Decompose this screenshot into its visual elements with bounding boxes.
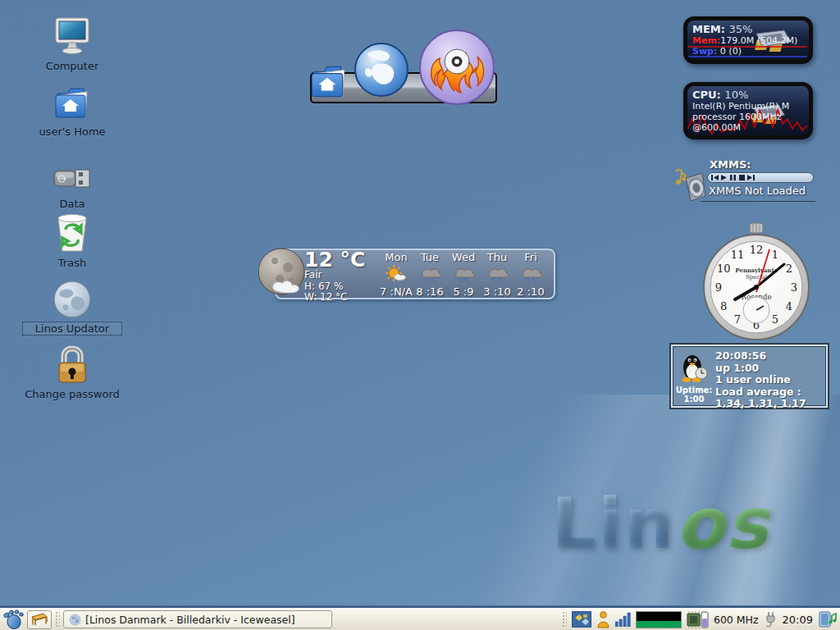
forecast-tue: Tue 8 :16 [413,251,447,298]
memory-applet-icon[interactable] [687,611,709,628]
mem-usage-row: Mem:179.0M (504.2M) [692,35,804,46]
desktop-icon-computer[interactable]: Computer [23,15,121,72]
panel-handle[interactable] [55,611,60,628]
xmms-title: XMMS: [710,158,751,171]
svg-text:3: 3 [791,281,797,294]
show-desktop-button[interactable] [27,610,52,629]
dock-item-web-browser[interactable] [353,41,410,102]
taskbar: [Linos Danmark - Billedarkiv - Iceweasel… [0,608,840,630]
weather-wind: W: 12 °C [304,292,365,304]
xmms-underline [701,201,815,202]
cpu-freq-line: @600.00M [692,122,804,133]
weather-humidity: H: 67 % [304,281,365,293]
rain-cloud-icon [480,263,514,285]
svg-text:1: 1 [772,249,778,261]
taskbar-clock[interactable]: 20:09 [783,614,813,626]
stop-button[interactable] [738,174,746,181]
desktop-icon-change-password[interactable]: Change password [23,343,121,400]
uptime-text-block: 20:08:56 up 1:00 1 user online Load aver… [715,346,806,406]
watermark-os: os [676,482,769,564]
watermark-lin: Lin [551,482,676,564]
desktop-icon-data[interactable]: Data [23,153,121,210]
network-signal-icon[interactable] [615,612,631,627]
pause-button[interactable] [729,174,737,181]
uptime-load-values: 1.34, 1.31, 1.17 [715,398,806,410]
user-switch-icon[interactable] [596,611,610,628]
desktop-icon-label: user's Home [23,126,121,138]
weather-widget[interactable]: 12 °C Fair H: 67 % W: 12 °C Mon 7 :N/A T… [257,245,556,303]
cpu-frequency-label[interactable]: 600 MHz [714,614,759,626]
computer-icon [23,15,121,57]
next-button[interactable] [747,174,755,181]
speaker-icon [671,167,707,204]
weather-temp: 12 °C [304,250,365,270]
forecast-fri: Fri 2 :10 [514,251,548,298]
analog-clock-widget[interactable]: 121234567891011 Pennsylvania Special Ros… [701,221,812,348]
cpu-model-line2: processor 1600MHz [692,112,804,122]
uptime-up: up 1:00 [715,363,806,375]
trash-icon [23,212,121,254]
uptime-caption: Uptime: [673,386,715,395]
forecast-wed: Wed 5 :9 [446,251,481,298]
dock-item-cd-burner[interactable] [417,27,497,111]
rain-cloud-icon [446,263,481,285]
home-folder-icon [23,80,121,123]
svg-text:2: 2 [786,262,792,275]
dock-item-home-folder[interactable] [307,61,351,107]
uptime-icon-block: Uptime: 1:00 [673,346,715,406]
menu-foot-icon[interactable] [2,609,24,629]
cpu-model-line1: Intel(R) Pentium(R) M [692,101,804,112]
play-button[interactable] [720,174,728,181]
desktop-icon-users-home[interactable]: user's Home [23,80,121,138]
uptime-time: 20:08:56 [715,350,806,363]
cpu-monitor-widget[interactable]: CPU: 10% Intel(R) Pentium(R) M processor… [683,82,813,139]
load-monitor-applet[interactable] [636,611,682,628]
xmms-status: XMMS Not Loaded [709,185,806,197]
uptime-load-label: Load average : [715,386,806,399]
panel-handle[interactable] [562,611,567,628]
desktop[interactable]: { "desktop": { "icons": [ { "label": "Co… [0,0,840,630]
task-button-iceweasel[interactable]: [Linos Danmark - Billedarkiv - Iceweasel… [63,610,332,628]
previous-button[interactable] [711,174,719,181]
weather-current: 12 °C Fair H: 67 % W: 12 °C [304,250,365,304]
uptime-widget[interactable]: Uptime: 1:00 20:08:56 up 1:00 1 user onl… [671,345,828,408]
sound-door-icon[interactable] [818,610,838,628]
pager-applet-icon[interactable] [572,611,591,628]
rain-cloud-icon [514,263,548,285]
forecast-mon: Mon 7 :N/A [379,251,413,298]
xmms-widget[interactable]: XMMS: XMMS Not Loaded [671,158,833,208]
desktop-icon-label: Linos Updator [23,322,121,335]
weather-condition: Fair [304,270,365,281]
svg-text:4: 4 [786,300,792,313]
svg-text:9: 9 [715,281,722,294]
desktop-icon-trash[interactable]: Trash [23,212,121,269]
forecast-thu: Thu 3 :10 [480,251,514,298]
uptime-users: 1 user online [715,374,806,386]
svg-text:11: 11 [731,249,745,261]
globe-icon [23,277,121,320]
padlock-icon [23,343,121,386]
svg-text:8: 8 [720,300,727,313]
desktop-icon-label: Trash [23,257,121,269]
svg-text:5: 5 [772,313,778,326]
svg-text:10: 10 [717,262,731,275]
desk-icon [31,613,48,626]
svg-text:Pennsylvania: Pennsylvania [735,267,778,274]
rain-cloud-icon [413,263,447,285]
uptime-caption-value: 1:00 [673,395,715,404]
system-tray: 600 MHz 20:09 [562,610,838,628]
power-plug-icon[interactable] [764,611,778,628]
desktop-icon-linos-updator[interactable]: Linos Updator [23,277,121,335]
iceweasel-globe-icon [69,614,81,626]
task-button-label: [Linos Danmark - Billedarkiv - Iceweasel… [85,614,295,626]
load-monitor-fill [637,621,681,627]
desktop-icon-label: Data [23,198,121,210]
moon-cloud-icon [257,246,308,299]
mem-monitor-widget[interactable]: MEM: 35% Mem:179.0M (504.2M) Swp: 0 (0) [683,16,813,64]
usb-drive-icon [23,153,121,195]
desktop-icon-label: Change password [23,388,121,400]
svg-text:12: 12 [750,244,764,256]
tux-penguin-icon [680,351,708,382]
partly-sunny-icon [379,263,413,285]
linos-watermark: Linos [551,482,769,564]
